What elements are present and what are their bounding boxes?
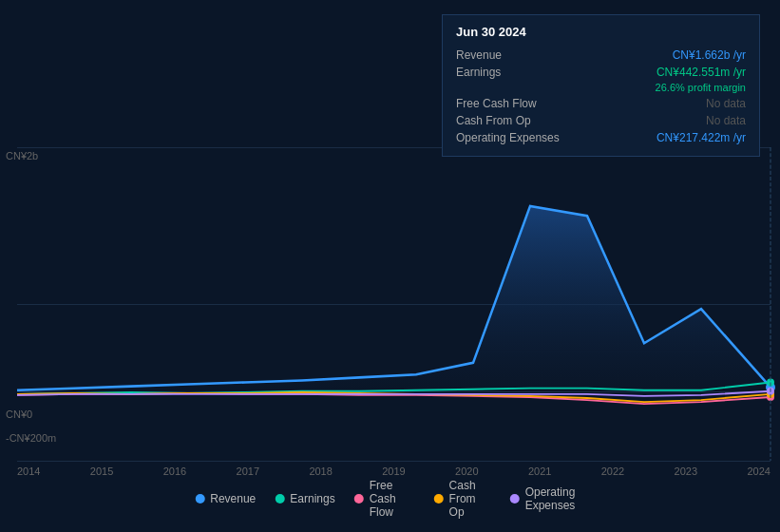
tooltip-row-fcf: Free Cash Flow No data xyxy=(456,95,746,112)
legend-revenue[interactable]: Revenue xyxy=(195,492,256,505)
x-label-2022: 2022 xyxy=(601,466,624,477)
legend-label-earnings: Earnings xyxy=(290,492,334,505)
x-label-2017: 2017 xyxy=(237,466,259,477)
svg-rect-0 xyxy=(17,147,770,461)
legend-opex[interactable]: Operating Expenses xyxy=(510,485,585,512)
tooltip-row-revenue: Revenue CN¥1.662b /yr xyxy=(456,47,746,64)
grid-line-bottom xyxy=(17,461,770,462)
chart-legend: Revenue Earnings Free Cash Flow Cash Fro… xyxy=(195,479,585,519)
legend-cashfromop[interactable]: Cash From Op xyxy=(434,479,491,519)
x-label-2019: 2019 xyxy=(382,466,405,477)
legend-dot-fcf xyxy=(354,494,364,504)
x-label-2015: 2015 xyxy=(90,466,113,477)
legend-label-fcf: Free Cash Flow xyxy=(370,479,415,519)
legend-earnings[interactable]: Earnings xyxy=(275,492,334,505)
x-label-2024: 2024 xyxy=(747,466,770,477)
chart-svg xyxy=(17,147,770,461)
tooltip-card: Jun 30 2024 Revenue CN¥1.662b /yr Earnin… xyxy=(442,14,760,157)
legend-label-revenue: Revenue xyxy=(210,492,256,505)
x-label-2021: 2021 xyxy=(528,466,551,477)
tooltip-date: Jun 30 2024 xyxy=(456,25,746,39)
x-axis: 2014 2015 2016 2017 2018 2019 2020 2021 … xyxy=(17,466,770,477)
tooltip-row-opex: Operating Expenses CN¥217.422m /yr xyxy=(456,129,746,146)
chart-area xyxy=(17,147,770,461)
tooltip-row-cashfromop: Cash From Op No data xyxy=(456,112,746,129)
tooltip-row-earnings: Earnings CN¥442.551m /yr xyxy=(456,64,746,81)
legend-label-cashfromop: Cash From Op xyxy=(449,479,491,519)
legend-fcf[interactable]: Free Cash Flow xyxy=(354,479,415,519)
legend-dot-earnings xyxy=(275,494,284,504)
x-label-2020: 2020 xyxy=(455,466,478,477)
revenue-area-fill xyxy=(17,206,770,390)
profit-margin: 26.6% profit margin xyxy=(456,82,746,93)
legend-dot-opex xyxy=(510,494,520,504)
legend-dot-revenue xyxy=(195,494,204,504)
x-label-2016: 2016 xyxy=(163,466,186,477)
x-label-2023: 2023 xyxy=(675,466,697,477)
legend-label-opex: Operating Expenses xyxy=(525,485,585,512)
legend-dot-cashfromop xyxy=(434,494,444,504)
x-label-2018: 2018 xyxy=(309,466,332,477)
x-label-2014: 2014 xyxy=(17,466,40,477)
